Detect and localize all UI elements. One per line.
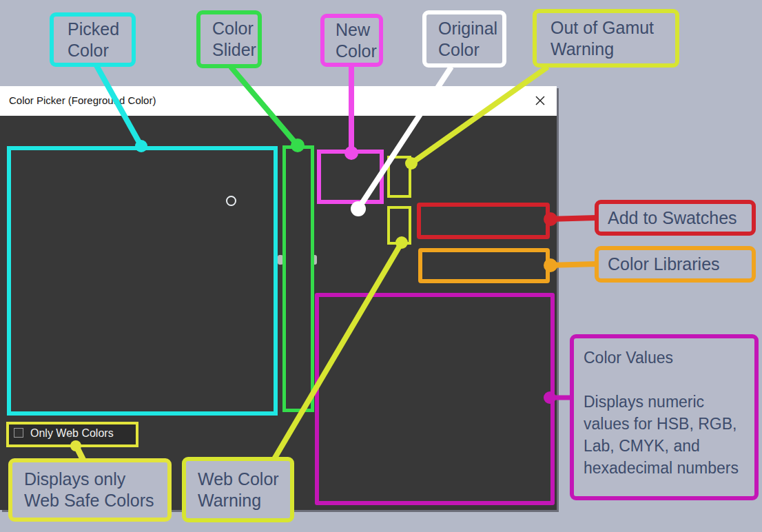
dialog-title: Color Picker (Foreground Color) <box>9 94 156 106</box>
new-swatch-highlight-frame <box>317 150 384 204</box>
callout-out-of-gamut: Out of Gamut Warning <box>533 9 679 68</box>
callout-original-color: Original Color <box>422 10 506 68</box>
color-field-highlight-frame <box>7 146 278 416</box>
callout-new-color: New Color <box>320 14 383 67</box>
callout-color-values: Color Values Displays numeric values for… <box>570 334 759 500</box>
screenshot-root: Color Picker (Foreground Color) new curr… <box>0 0 762 532</box>
callout-add-to-swatches: Add to Swatches <box>595 200 756 236</box>
color-libraries-highlight-frame <box>418 248 550 283</box>
hue-slider-highlight-frame <box>282 145 314 412</box>
callout-picked-color: Picked Color <box>50 12 136 67</box>
callout-displays-only-web-safe: Displays only Web Safe Colors <box>8 458 172 522</box>
gamut-icon-highlight-frame <box>387 156 411 198</box>
web-icon-highlight-frame <box>387 206 411 245</box>
only-web-colors-label: Only Web Colors <box>30 427 114 440</box>
callout-color-libraries: Color Libraries <box>595 246 756 283</box>
close-icon[interactable] <box>535 95 546 106</box>
only-web-colors-checkbox[interactable] <box>14 428 23 438</box>
callout-web-color-warning: Web Color Warning <box>182 457 294 522</box>
dialog-titlebar[interactable]: Color Picker (Foreground Color) <box>0 86 557 116</box>
add-to-swatches-highlight-frame <box>417 203 550 239</box>
callout-color-slider: Color Slider <box>196 10 262 68</box>
color-values-highlight-frame <box>315 293 555 505</box>
